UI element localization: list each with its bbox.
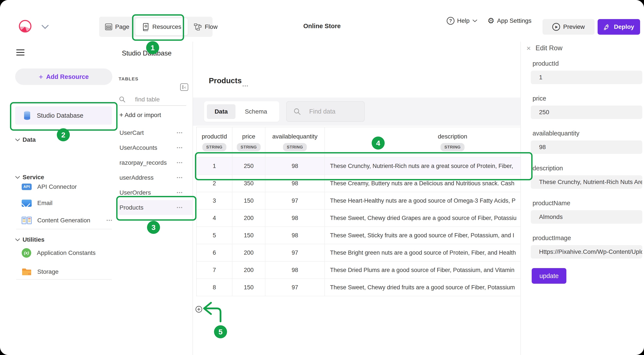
close-icon[interactable]: ×: [526, 44, 531, 52]
item-menu-icon[interactable]: •••: [106, 218, 113, 223]
cell-productId[interactable]: 1: [197, 158, 232, 174]
sidebar-item-email[interactable]: Email: [22, 197, 52, 209]
sidebar-item-api-connector[interactable]: API API Connector: [22, 181, 77, 193]
menu-icon[interactable]: [16, 49, 24, 57]
email-icon: [22, 200, 32, 207]
cell-description[interactable]: These Sweet, Chewy dried fruits are a go…: [325, 279, 520, 296]
sidebar-item-studio-database[interactable]: Studio Database: [15, 106, 112, 125]
cell-productId[interactable]: 5: [197, 227, 232, 244]
column-header-description[interactable]: descriptionSTRING: [325, 127, 520, 157]
cell-availablequantity[interactable]: 98: [266, 210, 325, 227]
field-input-availablequantity[interactable]: [531, 140, 642, 154]
chevron-down-icon: [15, 176, 20, 179]
annotation-badge-2: 2: [57, 128, 70, 141]
table-row[interactable]: 720098These Dried Plums are a good sourc…: [197, 262, 520, 279]
field-label-productName: productName: [532, 200, 642, 207]
table-row[interactable]: 235098These Creamy, Buttery nuts are a D…: [197, 175, 520, 192]
cell-productId[interactable]: 6: [197, 244, 232, 261]
item-menu-icon[interactable]: •••: [177, 205, 183, 210]
table-list-item-razorpay_records[interactable]: razorpay_records•••: [118, 155, 193, 170]
table-row[interactable]: 815097These Sweet, Chewy dried fruits ar…: [197, 279, 520, 296]
cell-availablequantity[interactable]: 97: [266, 244, 325, 261]
cell-description[interactable]: These Bright green nuts are a good sourc…: [325, 244, 520, 261]
cell-description[interactable]: These Sweet, Sticky fruits are a good so…: [325, 227, 520, 244]
table-row[interactable]: 125098These Crunchy, Nutrient-Rich nuts …: [197, 158, 520, 175]
cell-description[interactable]: These Dried Plums are a good source of F…: [325, 262, 520, 279]
cell-availablequantity[interactable]: 98: [266, 227, 325, 244]
app-settings-button[interactable]: ⚙ App Settings: [488, 0, 532, 42]
cell-price[interactable]: 150: [232, 279, 266, 296]
table-list-item-UserCart[interactable]: UserCart•••: [118, 125, 193, 140]
cell-price[interactable]: 350: [232, 175, 266, 192]
cell-price[interactable]: 200: [232, 262, 266, 279]
cell-productId[interactable]: 3: [197, 192, 232, 209]
find-data-input[interactable]: [309, 108, 357, 115]
cell-description[interactable]: These Crunchy, Nutrient-Rich nuts are a …: [325, 158, 520, 174]
cell-price[interactable]: 150: [232, 192, 266, 209]
svg-text:⚙: ⚙: [144, 24, 148, 28]
cell-productId[interactable]: 8: [197, 279, 232, 296]
cell-availablequantity[interactable]: 98: [266, 262, 325, 279]
table-row[interactable]: 515098These Sweet, Sticky fruits are a g…: [197, 227, 520, 244]
item-menu-icon[interactable]: •••: [177, 130, 183, 135]
item-menu-icon[interactable]: •••: [177, 190, 183, 195]
cell-description[interactable]: These Sweet, Chewy dried Grapes are a go…: [325, 210, 520, 227]
column-header-price[interactable]: priceSTRING: [232, 127, 266, 157]
preview-button[interactable]: ▶ Preview: [542, 19, 594, 35]
cell-price[interactable]: 250: [232, 158, 266, 174]
cell-availablequantity[interactable]: 98: [266, 175, 325, 192]
update-button[interactable]: update: [532, 268, 566, 284]
tab-flow[interactable]: Flow: [188, 17, 223, 37]
cell-availablequantity[interactable]: 97: [266, 279, 325, 296]
item-menu-icon[interactable]: •••: [177, 145, 183, 150]
table-row[interactable]: 315097These Heart-Healthy nuts are a goo…: [197, 192, 520, 210]
field-input-productName[interactable]: [531, 210, 642, 224]
cell-availablequantity[interactable]: 98: [266, 158, 325, 174]
column-header-productId[interactable]: productIdSTRING: [197, 127, 232, 157]
cell-productId[interactable]: 7: [197, 262, 232, 279]
cell-productId[interactable]: 4: [197, 210, 232, 227]
workspace-chevron-down-icon[interactable]: [41, 24, 50, 29]
help-menu[interactable]: ? Help: [447, 0, 478, 42]
app-logo[interactable]: [19, 20, 32, 32]
collapse-panel-icon[interactable]: ‹: [180, 83, 188, 91]
find-table-input[interactable]: [135, 96, 179, 103]
sidebar-item-storage[interactable]: Storage: [22, 266, 58, 278]
table-list-item-Products[interactable]: Products•••: [118, 200, 193, 215]
table-row[interactable]: 620097These Bright green nuts are a good…: [197, 244, 520, 262]
tab-schema[interactable]: Schema: [236, 108, 276, 115]
table-list-item-UserOrders[interactable]: UserOrders•••: [118, 185, 193, 200]
section-utilities[interactable]: Utilities: [15, 236, 44, 243]
cell-description[interactable]: These Creamy, Buttery nuts are a Delicio…: [325, 175, 520, 192]
deploy-button[interactable]: Deploy: [598, 19, 640, 35]
item-menu-icon[interactable]: •••: [177, 160, 183, 165]
tab-page[interactable]: Page: [99, 17, 135, 37]
cell-price[interactable]: 200: [232, 210, 266, 227]
add-or-import-button[interactable]: + Add or import: [119, 111, 161, 119]
field-input-productId[interactable]: [531, 71, 642, 84]
field-input-productImage[interactable]: [531, 245, 642, 259]
table-menu-icon[interactable]: •••: [242, 84, 249, 88]
cell-availablequantity[interactable]: 97: [266, 192, 325, 209]
field-input-price[interactable]: [531, 105, 642, 119]
sidebar-item-application-constants[interactable]: (x) Application Constants: [22, 247, 96, 259]
column-type-badge: STRING: [237, 143, 261, 151]
tab-resources[interactable]: ⚙ Resources: [135, 18, 188, 35]
field-label-price: price: [532, 95, 642, 102]
cell-productId[interactable]: 2: [197, 175, 232, 192]
field-input-description[interactable]: [531, 175, 642, 189]
column-name: price: [242, 133, 256, 140]
table-row[interactable]: 420098These Sweet, Chewy dried Grapes ar…: [197, 210, 520, 227]
item-menu-icon[interactable]: •••: [177, 175, 183, 180]
section-service[interactable]: Service: [15, 174, 44, 181]
add-resource-button[interactable]: + Add Resource: [15, 68, 112, 85]
section-data[interactable]: Data: [15, 136, 36, 143]
tab-data[interactable]: Data: [207, 104, 236, 119]
table-list-item-UserAccounts[interactable]: UserAccounts•••: [118, 140, 193, 155]
cell-description[interactable]: These Heart-Healthy nuts are a good sour…: [325, 192, 520, 209]
cell-price[interactable]: 150: [232, 227, 266, 244]
sidebar-item-content-generation[interactable]: Content Generation •••: [22, 214, 113, 227]
column-header-availablequantity[interactable]: availablequantitySTRING: [266, 127, 325, 157]
cell-price[interactable]: 200: [232, 244, 266, 261]
table-list-item-userAddress[interactable]: userAddress•••: [118, 170, 193, 185]
